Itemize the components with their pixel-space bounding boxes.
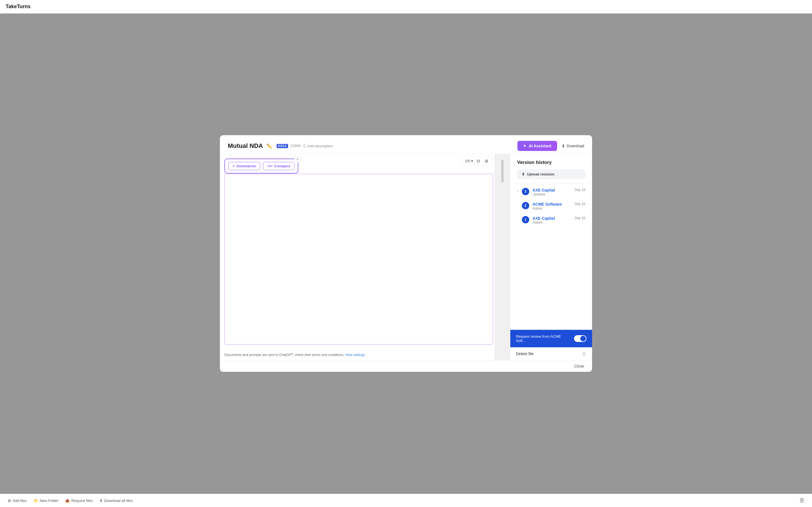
document-content-area xyxy=(224,174,406,253)
compare-button[interactable]: </> Compare xyxy=(263,162,294,170)
document-viewer: × ≡ Summarize </> Compare xyxy=(220,154,406,253)
document-title: Mutual NDA xyxy=(228,142,263,150)
ai-panel-close-button[interactable]: × xyxy=(294,156,301,163)
add-description-button[interactable]: ⓘ Add description xyxy=(303,144,333,149)
document-modal: Mutual NDA ✏️ DOCX 233KB ⓘ Add descripti… xyxy=(220,135,406,253)
doc-viewer-container: × ≡ Summarize </> Compare xyxy=(220,154,406,253)
ai-tools-panel: × ≡ Summarize </> Compare xyxy=(224,159,298,173)
app-logo: TakeTurns xyxy=(6,4,31,10)
summarize-icon: ≡ xyxy=(233,164,235,168)
edit-title-icon[interactable]: ✏️ xyxy=(266,144,272,149)
modal-body: × ≡ Summarize </> Compare xyxy=(220,154,406,253)
modal-overlay: Mutual NDA ✏️ DOCX 233KB ⓘ Add descripti… xyxy=(0,0,406,253)
top-navigation: TakeTurns xyxy=(0,0,406,13)
file-size: 233KB xyxy=(290,144,301,148)
file-type-badge: DOCX xyxy=(276,144,288,148)
compare-icon: </> xyxy=(267,164,273,168)
modal-header: Mutual NDA ✏️ DOCX 233KB ⓘ Add descripti… xyxy=(220,135,406,154)
document-text xyxy=(225,174,406,196)
circle-info-icon: ⓘ xyxy=(303,144,306,149)
header-meta: DOCX 233KB ⓘ Add description xyxy=(276,144,333,149)
summarize-button[interactable]: ≡ Summarize xyxy=(229,162,260,170)
